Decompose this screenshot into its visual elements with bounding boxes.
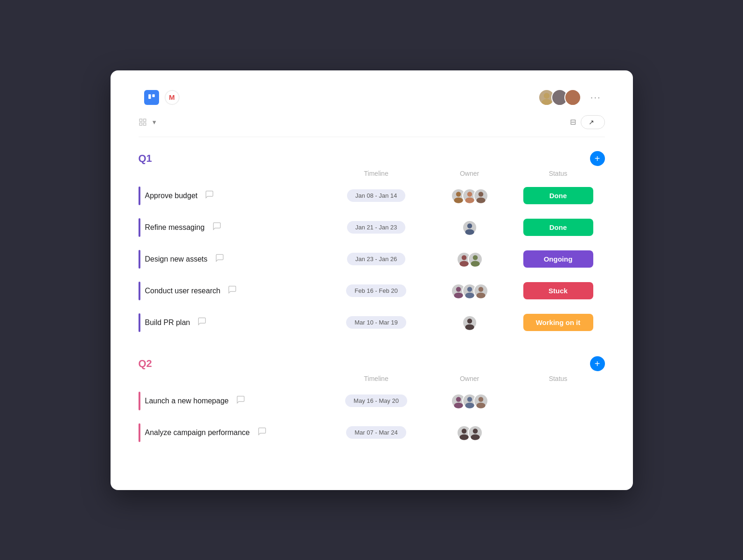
owner-cell [428, 425, 512, 440]
svg-rect-9 [143, 119, 146, 121]
owner-avatar [462, 315, 477, 330]
owner-avatars [451, 394, 488, 408]
row-indicator [139, 282, 140, 300]
status-badge[interactable]: Ongoing [523, 250, 593, 268]
status-badge[interactable]: Stuck [523, 282, 593, 299]
table-header-q1: TimelineOwnerStatus [139, 170, 605, 181]
col-header-timeline: Timeline [325, 170, 428, 177]
owner-avatar [468, 425, 483, 440]
owner-avatar [473, 188, 488, 203]
task-name: Build PR plan [145, 318, 190, 327]
chat-icon[interactable] [257, 427, 267, 438]
svg-point-16 [478, 192, 483, 197]
row-indicator [139, 392, 140, 410]
svg-point-20 [461, 255, 466, 260]
timeline-pill: May 16 - May 20 [345, 394, 407, 407]
chat-icon[interactable] [215, 253, 224, 265]
svg-point-2 [544, 93, 549, 98]
status-cell: Working on it [512, 314, 605, 331]
status-cell: Stuck [512, 282, 605, 299]
table-row[interactable]: Analyze campaign performanceMar 07 - Mar… [139, 418, 605, 448]
svg-point-38 [461, 429, 466, 434]
row-indicator [139, 250, 140, 269]
svg-point-27 [465, 292, 474, 298]
svg-point-26 [467, 287, 472, 292]
row-indicator [139, 187, 140, 205]
owner-avatar [473, 283, 488, 298]
svg-point-41 [471, 434, 479, 440]
table-row[interactable]: Launch a new homepageMay 16 - May 20 [139, 386, 605, 416]
header-right: ··· [538, 89, 605, 106]
task-cell: Launch a new homepage [139, 392, 325, 410]
share-icon: ↗ [589, 118, 594, 126]
svg-point-35 [465, 402, 474, 408]
col-header-status: Status [512, 375, 605, 382]
status-badge[interactable]: Done [523, 219, 593, 236]
timeline-cell: Jan 08 - Jan 14 [325, 189, 428, 202]
svg-rect-10 [139, 123, 142, 125]
trello-icon [144, 90, 159, 105]
svg-point-37 [476, 402, 485, 408]
row-indicator [139, 313, 140, 332]
col-header-task [148, 375, 325, 382]
owner-avatars [462, 220, 477, 235]
table-row[interactable]: Approve budgetJan 08 - Jan 14Done [139, 181, 605, 211]
timeline-cell: Jan 21 - Jan 23 [325, 221, 428, 234]
chat-icon[interactable] [228, 285, 237, 297]
share-button[interactable]: ↗ [581, 115, 605, 129]
owner-avatar [473, 394, 488, 408]
table-row[interactable]: Design new assetsJan 23 - Jan 26Ongoing [139, 244, 605, 274]
main-window: M ··· ▾ [111, 70, 633, 490]
more-options-button[interactable]: ··· [587, 90, 605, 104]
svg-point-39 [459, 434, 468, 440]
timeline-cell: Mar 10 - Mar 19 [325, 316, 428, 329]
table-row[interactable]: Refine messagingJan 21 - Jan 23Done [139, 213, 605, 242]
svg-point-4 [557, 93, 562, 98]
task-name: Conduct user research [145, 287, 221, 295]
sections-container: Q1+TimelineOwnerStatusApprove budgetJan … [139, 151, 605, 448]
svg-point-7 [568, 99, 577, 105]
svg-point-22 [472, 255, 478, 260]
chat-icon[interactable] [197, 317, 207, 328]
svg-rect-0 [148, 94, 151, 99]
svg-rect-8 [139, 119, 142, 121]
task-name: Refine messaging [145, 223, 205, 232]
row-indicator [139, 218, 140, 237]
svg-point-13 [454, 197, 463, 203]
svg-point-21 [459, 261, 468, 266]
table-row[interactable]: Build PR planMar 10 - Mar 19Working on i… [139, 308, 605, 338]
chevron-down-icon: ▾ [153, 118, 156, 126]
view-selector[interactable]: ▾ [139, 118, 156, 126]
svg-point-18 [467, 223, 472, 228]
status-badge[interactable]: Done [523, 187, 593, 204]
status-badge[interactable]: Working on it [523, 314, 593, 331]
task-name: Approve budget [145, 192, 198, 200]
table-row[interactable]: Conduct user researchFeb 16 - Feb 20Stuc… [139, 276, 605, 306]
owner-cell [428, 220, 512, 235]
user-avatars [538, 89, 581, 106]
svg-point-15 [465, 197, 474, 203]
svg-point-30 [467, 318, 472, 324]
filter-icon[interactable]: ⊟ [570, 118, 576, 126]
row-indicator [139, 423, 140, 442]
svg-rect-1 [152, 94, 154, 97]
task-name: Analyze campaign performance [145, 429, 250, 437]
owner-cell [428, 315, 512, 330]
chat-icon[interactable] [236, 395, 245, 407]
svg-point-17 [476, 197, 485, 203]
header-left: M [139, 90, 180, 105]
timeline-cell: Feb 16 - Feb 20 [325, 284, 428, 297]
chat-icon[interactable] [212, 221, 222, 233]
timeline-pill: Jan 23 - Jan 26 [347, 253, 406, 265]
col-header-owner: Owner [428, 170, 512, 177]
status-cell: Done [512, 219, 605, 236]
section-header-q2: Q2+ [139, 356, 605, 371]
add-row-button-q2[interactable]: + [590, 356, 605, 371]
svg-point-36 [478, 397, 483, 402]
task-cell: Analyze campaign performance [139, 423, 325, 442]
add-row-button-q1[interactable]: + [590, 151, 605, 166]
chat-icon[interactable] [205, 190, 214, 201]
svg-point-25 [454, 292, 463, 298]
col-header-task [148, 170, 325, 177]
svg-point-5 [555, 99, 564, 105]
